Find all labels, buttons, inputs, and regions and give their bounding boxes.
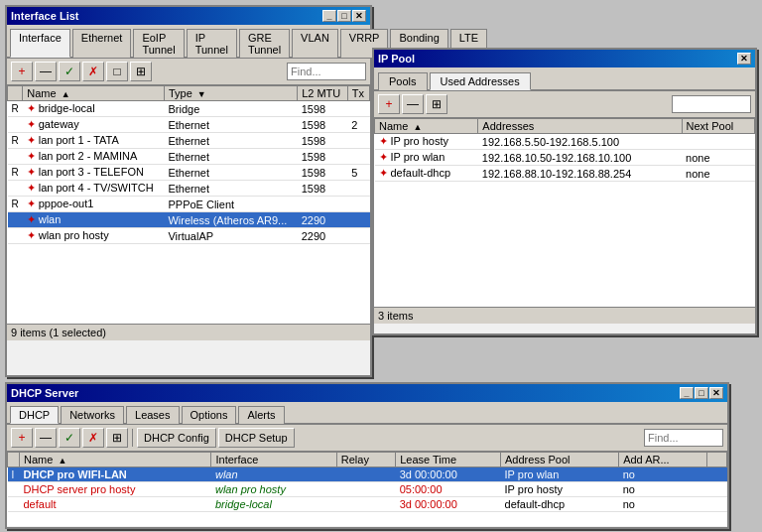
- col-dhcp-relay[interactable]: Relay: [336, 453, 395, 467]
- tab-ethernet[interactable]: Ethernet: [72, 29, 132, 58]
- ippool-remove-button[interactable]: —: [402, 94, 424, 114]
- row-flag: [8, 117, 23, 133]
- col-dhcp-address-pool[interactable]: Address Pool: [501, 453, 619, 467]
- tab-options[interactable]: Options: [182, 406, 237, 424]
- dhcp-row-flag: [8, 482, 20, 497]
- col-addresses[interactable]: Addresses: [478, 119, 682, 134]
- dhcp-config-button[interactable]: DHCP Config: [137, 428, 216, 448]
- dhcp-find-input[interactable]: [644, 429, 723, 447]
- dhcp-remove-button[interactable]: —: [35, 428, 57, 448]
- col-dhcp-interface[interactable]: Interface: [211, 453, 336, 467]
- close-button[interactable]: ✕: [352, 10, 366, 22]
- interface-table-row[interactable]: R ✦lan port 3 - TELEFON Ethernet 1598 5: [8, 165, 370, 181]
- dhcp-table-row[interactable]: I DHCP pro WIFI-LAN wlan 3d 00:00:00 IP …: [8, 467, 727, 482]
- dhcp-check-button[interactable]: ✓: [59, 428, 80, 448]
- col-tx[interactable]: Tx: [347, 86, 369, 101]
- dhcp-row-name: DHCP server pro hosty: [20, 482, 211, 497]
- row-flag: [8, 228, 23, 244]
- interface-table-row[interactable]: ✦wlan pro hosty VirtualAP 2290: [8, 228, 370, 244]
- col-dhcp-flag[interactable]: [8, 453, 20, 467]
- ippool-table-row[interactable]: ✦IP pro wlan 192.168.10.50-192.168.10.10…: [375, 150, 755, 166]
- row-type: VirtualAP: [164, 228, 297, 244]
- col-dhcp-name[interactable]: Name ▲: [20, 453, 211, 467]
- filter-button[interactable]: ⊞: [130, 62, 152, 81]
- ippool-table-row[interactable]: ✦IP pro hosty 192.168.5.50-192.168.5.100: [375, 134, 755, 150]
- row-type: Ethernet: [164, 133, 297, 149]
- dhcp-table-row[interactable]: DHCP server pro hosty wlan pro hosty 05:…: [8, 482, 727, 497]
- interface-status-bar: 9 items (1 selected): [7, 324, 370, 340]
- ippool-filter-button[interactable]: ⊞: [426, 94, 447, 114]
- col-l2mtu[interactable]: L2 MTU: [298, 86, 348, 101]
- col-name[interactable]: Name ▲: [23, 86, 165, 101]
- col-next-pool[interactable]: Next Pool: [682, 119, 754, 134]
- tab-alerts[interactable]: Alerts: [238, 406, 284, 424]
- tab-pools[interactable]: Pools: [378, 72, 428, 90]
- col-flag[interactable]: [8, 86, 23, 101]
- tab-networks[interactable]: Networks: [61, 406, 124, 424]
- tab-interface[interactable]: Interface: [10, 29, 70, 58]
- maximize-button[interactable]: □: [337, 10, 351, 22]
- interface-table-row[interactable]: ✦lan port 2 - MAMINA Ethernet 1598: [8, 149, 370, 165]
- tab-used-addresses[interactable]: Used Addresses: [430, 72, 531, 90]
- dhcp-filter-button[interactable]: ⊞: [106, 428, 128, 448]
- interface-table-row[interactable]: R ✦bridge-local Bridge 1598: [8, 101, 370, 117]
- dhcp-row-address-pool: default-dhcp: [501, 497, 619, 512]
- pool-row-next-pool: none: [682, 166, 754, 182]
- row-tx: [347, 228, 369, 244]
- tab-gre-tunnel[interactable]: GRE Tunnel: [239, 29, 290, 58]
- ippool-add-button[interactable]: +: [378, 94, 400, 114]
- cross-button[interactable]: ✗: [82, 62, 104, 81]
- row-l2mtu: 2290: [298, 212, 348, 228]
- row-type: PPPoE Client: [164, 197, 297, 212]
- tab-ip-tunnel[interactable]: IP Tunnel: [187, 29, 237, 58]
- col-pool-name[interactable]: Name ▲: [375, 119, 478, 134]
- interface-table-row[interactable]: R ✦pppoe-out1 PPPoE Client: [8, 197, 370, 212]
- dhcp-add-button[interactable]: +: [11, 428, 33, 448]
- interface-table: Name ▲ Type ▼ L2 MTU Tx R ✦bridge-local …: [7, 85, 370, 244]
- row-l2mtu: 1598: [298, 101, 348, 117]
- ippool-status-text: 3 items: [378, 310, 413, 322]
- dhcp-maximize-button[interactable]: □: [695, 387, 708, 399]
- check-button[interactable]: ✓: [59, 62, 80, 81]
- ippool-toolbar: + — ⊞: [374, 91, 755, 118]
- row-l2mtu: 1598: [298, 117, 348, 133]
- dhcp-close-button[interactable]: ✕: [709, 387, 723, 399]
- dhcp-minimize-button[interactable]: _: [680, 387, 694, 399]
- copy-button[interactable]: □: [106, 62, 128, 81]
- dhcp-titlebar: DHCP Server _ □ ✕: [7, 384, 727, 402]
- pool-row-name: ✦IP pro hosty: [375, 134, 478, 150]
- dhcp-row-lease-time: 05:00:00: [396, 482, 501, 497]
- interface-list-window: Interface List _ □ ✕ Interface Ethernet …: [5, 5, 372, 377]
- col-type[interactable]: Type ▼: [164, 86, 297, 101]
- interface-window-titlebar: Interface List _ □ ✕: [7, 7, 370, 25]
- interface-table-row[interactable]: ✦wlan Wireless (Atheros AR9... 2290: [8, 212, 370, 228]
- pool-row-name: ✦default-dhcp: [375, 166, 478, 182]
- tab-vlan[interactable]: VLAN: [292, 29, 338, 58]
- remove-button[interactable]: —: [35, 62, 57, 81]
- tab-dhcp[interactable]: DHCP: [10, 406, 59, 424]
- interface-window-title: Interface List: [11, 10, 78, 22]
- ippool-close-button[interactable]: ✕: [737, 53, 751, 65]
- col-dhcp-add-ar[interactable]: Add AR...: [619, 453, 707, 467]
- dhcp-cross-button[interactable]: ✗: [82, 428, 104, 448]
- col-dhcp-extra[interactable]: [707, 453, 727, 467]
- dhcp-table-row[interactable]: default bridge-local 3d 00:00:00 default…: [8, 497, 727, 512]
- add-button[interactable]: +: [11, 62, 33, 81]
- ippool-window: IP Pool ✕ Pools Used Addresses + — ⊞ Nam…: [372, 48, 757, 335]
- minimize-button[interactable]: _: [322, 10, 336, 22]
- row-type: Bridge: [164, 101, 297, 117]
- find-input[interactable]: [287, 63, 366, 80]
- interface-table-row[interactable]: R ✦lan port 1 - TATA Ethernet 1598: [8, 133, 370, 149]
- dhcp-setup-button[interactable]: DHCP Setup: [218, 428, 295, 448]
- ippool-table-row[interactable]: ✦default-dhcp 192.168.88.10-192.168.88.2…: [375, 166, 755, 182]
- row-flag: [8, 149, 23, 165]
- interface-table-row[interactable]: ✦gateway Ethernet 1598 2: [8, 117, 370, 133]
- col-dhcp-lease-time[interactable]: Lease Time: [396, 453, 501, 467]
- interface-table-row[interactable]: ✦lan port 4 - TV/SWITCH Ethernet 1598: [8, 181, 370, 197]
- row-l2mtu: [298, 197, 348, 212]
- row-name: ✦gateway: [23, 117, 165, 133]
- pool-row-next-pool: [682, 134, 754, 150]
- tab-eoip-tunnel[interactable]: EoIP Tunnel: [133, 29, 184, 58]
- row-flag: R: [8, 197, 23, 212]
- tab-leases[interactable]: Leases: [126, 406, 179, 424]
